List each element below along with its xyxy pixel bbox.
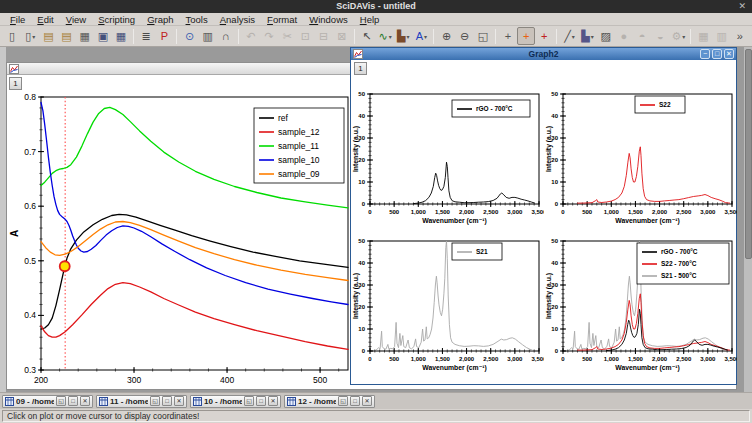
svg-text:S21: S21 [476,248,488,255]
print-icon[interactable]: ≣ [137,27,155,45]
project-explorer-icon[interactable]: ▥ [199,27,217,45]
table-icon [5,397,14,406]
lock-toolbars-icon[interactable]: ∩ [217,27,235,45]
raman-s21-plot[interactable]: 05001,0001,5002,0002,5003,0003,500010203… [352,231,544,373]
undo-icon: ↶ [242,27,260,45]
svg-text:sample_12: sample_12 [278,127,320,137]
graph2-window[interactable]: Graph2 − □ ✕ 1 05001,0001,5002,0002,5003… [350,47,737,385]
new-project-icon[interactable]: ▯ [3,27,21,45]
app-close-icon[interactable]: ✕ [738,1,746,11]
svg-text:50: 50 [551,238,558,244]
raman-combined-plot[interactable]: 05001,0001,5002,0002,5003,0003,500010203… [545,231,737,373]
graph2-minimize-button[interactable]: − [700,49,710,59]
table-icon [99,397,108,406]
pointer-icon[interactable]: ↖ [358,27,376,45]
open-project-icon[interactable]: ▤ [39,27,57,45]
graph2-close-button[interactable]: ✕ [724,49,734,59]
delete-icon: ⊠ [333,27,351,45]
svg-text:3,500: 3,500 [724,209,737,215]
svg-text:500: 500 [389,356,400,362]
import-ascii-icon[interactable]: ▦ [76,27,94,45]
tab-restore-button[interactable]: ◱ [56,396,66,406]
tab-maximize-button[interactable]: □ [162,396,172,406]
taskbar-tab[interactable]: 09 - /home/...◱□✕ [2,395,93,408]
menu-scripting[interactable]: Scripting [92,14,141,25]
menu-format[interactable]: Format [261,14,303,25]
redo-icon: ↷ [260,27,278,45]
toolbar-overflow-icon[interactable]: » [731,27,749,45]
svg-text:Intensity (a.u.): Intensity (a.u.) [352,126,360,172]
tab-restore-button[interactable]: ◱ [150,396,160,406]
plot-3d-ribbon-icon: ● [615,27,633,45]
taskbar-tab[interactable]: 11 - /home/...◱□✕ [96,395,187,408]
svg-text:30: 30 [551,135,558,141]
menu-analysis[interactable]: Analysis [214,14,261,25]
uvvis-plot[interactable]: 2003004005000.30.40.50.60.70.8Arefsample… [9,85,352,391]
select-data-range-icon[interactable]: + [499,27,517,45]
scrollbar-thumb[interactable] [745,49,752,259]
app-title-bar: SciDAVis - untitled ✕ [0,0,752,13]
draw-line-icon[interactable]: ╱▾ [560,27,578,45]
tab-restore-button[interactable]: ◱ [244,396,254,406]
svg-text:0.3: 0.3 [24,365,36,375]
svg-text:rGO - 700°C: rGO - 700°C [661,248,698,255]
svg-text:500: 500 [582,356,593,362]
menu-windows[interactable]: Windows [303,14,354,25]
new-aspect-icon[interactable]: ▯▾ [21,27,39,45]
tab-restore-button[interactable]: ◱ [338,396,348,406]
toolbar-separator [238,29,239,44]
tab-close-button[interactable]: ✕ [80,396,90,406]
menu-view[interactable]: View [60,14,92,25]
tab-close-button[interactable]: ✕ [174,396,184,406]
tab-close-button[interactable]: ✕ [268,396,278,406]
svg-text:20: 20 [358,304,365,310]
taskbar-tab[interactable]: 12 - /home/...◱□✕ [284,395,375,408]
zoom-in-icon[interactable]: ⊕ [437,27,455,45]
plot-3d-scatter-icon: ◒ [651,27,669,45]
svg-text:1,500: 1,500 [435,356,451,362]
add-text-icon[interactable]: A▾ [412,27,430,45]
svg-text:3,000: 3,000 [507,209,523,215]
graph2-layer-button[interactable]: 1 [354,62,367,75]
svg-text:Wavenumber (cm⁻¹): Wavenumber (cm⁻¹) [615,364,680,372]
svg-text:2,000: 2,000 [459,209,475,215]
rescale-to-show-all-icon[interactable]: ◱ [474,27,492,45]
tab-maximize-button[interactable]: □ [256,396,266,406]
menu-help[interactable]: Help [354,14,386,25]
svg-text:1,000: 1,000 [411,356,427,362]
add-image-icon[interactable]: ▨ [597,27,615,45]
menu-bar: FileEditViewScriptingGraphToolsAnalysisF… [0,13,752,26]
screen-reader-icon[interactable]: + [517,27,535,45]
move-data-points-icon[interactable]: + [535,27,553,45]
raman-s22-plot[interactable]: 05001,0001,5002,0002,5003,0003,500010203… [545,84,737,226]
taskbar-tab[interactable]: 10 - /home/...◱□✕ [190,395,281,408]
menu-tools[interactable]: Tools [180,14,214,25]
svg-text:rGO - 700°C: rGO - 700°C [476,105,513,112]
taskbar-tab-label: 10 - /home/... [204,397,242,406]
menu-file[interactable]: File [4,14,31,25]
zoom-out-icon[interactable]: ⊖ [456,27,474,45]
find-window-icon[interactable]: ⊙ [180,27,198,45]
tab-maximize-button[interactable]: □ [350,396,360,406]
svg-text:Intensity (a.u.): Intensity (a.u.) [545,273,553,319]
workspace-vertical-scrollbar[interactable] [743,47,752,392]
export-pdf-icon[interactable]: P [155,27,173,45]
svg-text:1,000: 1,000 [411,209,427,215]
graph2-maximize-button[interactable]: □ [712,49,722,59]
tab-maximize-button[interactable]: □ [68,396,78,406]
plot-type-icon[interactable]: ∿▾ [376,27,394,45]
add-histogram-icon[interactable]: ▙▾ [579,27,597,45]
open-template-icon[interactable]: ▤ [57,27,75,45]
plot-wizard-icon[interactable]: ▙▾ [394,27,412,45]
tab-close-button[interactable]: ✕ [362,396,372,406]
menu-graph[interactable]: Graph [141,14,179,25]
menu-edit[interactable]: Edit [31,14,59,25]
save-project-icon[interactable]: ▣ [94,27,112,45]
svg-text:2,000: 2,000 [652,209,668,215]
svg-text:30: 30 [358,135,365,141]
graph2-title-bar[interactable]: Graph2 − □ ✕ [351,48,736,60]
save-template-icon[interactable]: ▦ [112,27,130,45]
svg-text:0: 0 [362,201,366,207]
raman-rgo-plot[interactable]: 05001,0001,5002,0002,5003,0003,500010203… [352,84,544,226]
svg-text:0: 0 [362,348,366,354]
